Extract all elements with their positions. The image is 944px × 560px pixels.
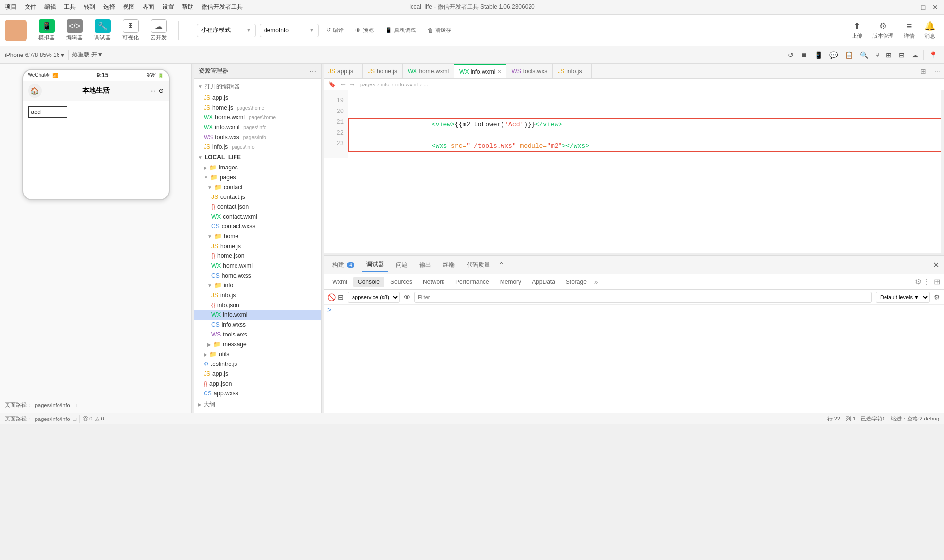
copy-icon[interactable]: 📋 xyxy=(843,50,855,60)
filter-input[interactable] xyxy=(414,292,872,303)
tab-close-icon[interactable]: ✕ xyxy=(497,69,501,74)
list-item[interactable]: {} contact.json xyxy=(194,202,321,212)
realdev-button[interactable]: 📱 真机调试 xyxy=(382,25,420,36)
devtools-console[interactable]: > xyxy=(324,305,944,413)
editor-more-icon[interactable]: ⊞ xyxy=(916,64,930,78)
code-area[interactable]: 19 20 21 22 23 <view>{{m2.toLower('Acd')… xyxy=(324,90,944,253)
expand-icon[interactable]: ⌃ xyxy=(498,260,504,270)
tab-terminal[interactable]: 终端 xyxy=(439,259,459,271)
menu-item-settings[interactable]: 设置 xyxy=(162,3,174,11)
menu-item-wechat[interactable]: 微信开发者工具 xyxy=(202,3,243,11)
location-icon[interactable]: 📍 xyxy=(927,50,939,60)
phone-home-button[interactable]: 🏠 xyxy=(28,84,42,98)
list-item[interactable]: WS tools.wxs xyxy=(194,330,321,339)
tab-console[interactable]: Console xyxy=(353,277,384,287)
scroll-indicator[interactable] xyxy=(941,90,944,253)
editor-button[interactable]: </> 编辑器 xyxy=(62,17,87,43)
split-icon[interactable]: ⊟ xyxy=(897,50,907,60)
list-item[interactable]: {} app.json xyxy=(194,379,321,389)
minimize-button[interactable]: — xyxy=(908,3,915,11)
device-label[interactable]: iPhone 6/7/8 85% 16▼ xyxy=(5,52,65,58)
appservice-select[interactable]: appservice (#8) xyxy=(348,292,400,303)
open-editors-section[interactable]: ▼ 打开的编辑器 xyxy=(194,81,321,93)
preview-button[interactable]: 👁 预览 xyxy=(352,25,378,36)
menu-item-project[interactable]: 项目 xyxy=(5,3,17,11)
nav-forward-icon[interactable]: → xyxy=(349,81,355,88)
maximize-button[interactable]: □ xyxy=(919,3,927,11)
menu-item-goto[interactable]: 转到 xyxy=(84,3,95,11)
filetree-more-icon[interactable]: ··· xyxy=(310,67,316,76)
search-icon[interactable]: 🔍 xyxy=(858,50,870,60)
close-button[interactable]: ✕ xyxy=(931,3,939,11)
list-item[interactable]: JS contact.js xyxy=(194,192,321,202)
project-section[interactable]: ▼ LOCAL_LIFE xyxy=(194,152,321,163)
menu-item-view[interactable]: 视图 xyxy=(123,3,135,11)
menu-item-help[interactable]: 帮助 xyxy=(182,3,194,11)
tab-appdata[interactable]: AppData xyxy=(527,277,560,287)
debug-button[interactable]: 🔧 调试器 xyxy=(90,17,115,43)
more-options-icon[interactable]: ⋮ xyxy=(923,277,931,286)
tab-sources[interactable]: Sources xyxy=(385,277,417,287)
settings-icon[interactable]: ⚙ xyxy=(915,277,922,286)
list-item[interactable]: CS home.wxss xyxy=(194,271,321,280)
tab-storage[interactable]: Storage xyxy=(561,277,591,287)
tab-app-js[interactable]: JS app.js xyxy=(324,64,363,78)
filter-toggle-icon[interactable]: ⊟ xyxy=(338,293,344,301)
tab-issues[interactable]: 问题 xyxy=(392,259,412,271)
console-prompt-icon[interactable]: > xyxy=(327,307,331,314)
list-item[interactable]: WX home.wxml xyxy=(194,261,321,271)
phone-more-icon[interactable]: ··· xyxy=(150,87,155,94)
editor-split-icon[interactable]: ··· xyxy=(930,64,944,78)
list-item[interactable]: ▶ 📁 utils xyxy=(194,349,321,359)
close-devtools-icon[interactable]: ✕ xyxy=(933,260,939,270)
list-item[interactable]: JS home.js xyxy=(194,241,321,251)
list-item[interactable]: CS app.wxss xyxy=(194,389,321,398)
list-item[interactable]: ▼ 📁 home xyxy=(194,231,321,241)
level-select[interactable]: Default levels ▼ xyxy=(876,292,930,303)
list-item[interactable]: JS info.js xyxy=(194,290,321,300)
tab-home-wxml[interactable]: WX home.wxml xyxy=(403,64,454,78)
list-item[interactable]: WX contact.wxml xyxy=(194,212,321,222)
gear-icon[interactable]: ⚙ xyxy=(934,293,940,301)
list-item[interactable]: WX info.wxml pages\info xyxy=(194,122,321,132)
list-item[interactable]: ▶ 📁 message xyxy=(194,339,321,349)
mode-select[interactable]: 小程序模式 ▼ xyxy=(197,24,256,37)
tab-performance[interactable]: Performance xyxy=(450,277,494,287)
list-item[interactable]: {} info.json xyxy=(194,300,321,310)
menu-item-tools[interactable]: 工具 xyxy=(64,3,76,11)
hotreload-label[interactable]: 热重载 开▼ xyxy=(72,51,103,59)
version-button[interactable]: ⚙ 版本管理 xyxy=(868,19,898,42)
tab-debugger[interactable]: 调试器 xyxy=(362,258,388,272)
message-button[interactable]: 🔔 消息 xyxy=(920,19,939,42)
upload-button[interactable]: ⬆ 上传 xyxy=(848,19,866,42)
tab-codequality[interactable]: 代码质量 xyxy=(463,259,494,271)
simulator-button[interactable]: 📱 模拟器 xyxy=(34,17,59,43)
menu-item-edit[interactable]: 编辑 xyxy=(44,3,56,11)
chat-icon[interactable]: 💬 xyxy=(827,50,840,60)
menu-item-file[interactable]: 文件 xyxy=(25,3,36,11)
eye-icon[interactable]: 👁 xyxy=(404,293,411,301)
list-item[interactable]: ▶ 📁 images xyxy=(194,163,321,172)
list-item[interactable]: JS home.js pages\home xyxy=(194,103,321,112)
list-item[interactable]: CS info.wxss xyxy=(194,320,321,330)
cloud-button[interactable]: ☁ 云开发 xyxy=(147,17,171,43)
menu-item-select[interactable]: 选择 xyxy=(103,3,115,11)
tab-network[interactable]: Network xyxy=(418,277,449,287)
project-select[interactable]: demoInfo ▼ xyxy=(260,24,319,37)
phone-icon[interactable]: 📱 xyxy=(812,50,825,60)
list-item[interactable]: ▼ 📁 contact xyxy=(194,182,321,192)
list-item[interactable]: CS contact.wxss xyxy=(194,222,321,231)
tab-build[interactable]: 构建 4 xyxy=(328,259,358,271)
list-item[interactable]: ▼ 📁 pages xyxy=(194,172,321,182)
tab-info-js[interactable]: JS info.js xyxy=(553,64,592,78)
tab-output[interactable]: 输出 xyxy=(415,259,435,271)
list-item[interactable]: WS tools.wxs pages\info xyxy=(194,132,321,142)
branch-icon[interactable]: ⑂ xyxy=(873,50,881,60)
menu-bar[interactable]: 项目 文件 编辑 工具 转到 选择 视图 界面 设置 帮助 微信开发者工具 xyxy=(5,3,243,11)
grid-icon[interactable]: ⊞ xyxy=(884,50,894,60)
status-path-icon[interactable]: □ xyxy=(73,416,77,422)
menu-item-interface[interactable]: 界面 xyxy=(143,3,154,11)
clearcache-button[interactable]: 🗑 清缓存 xyxy=(424,25,455,36)
compile-button[interactable]: ↺ 编译 xyxy=(323,25,348,36)
window-controls[interactable]: — □ ✕ xyxy=(908,3,939,11)
